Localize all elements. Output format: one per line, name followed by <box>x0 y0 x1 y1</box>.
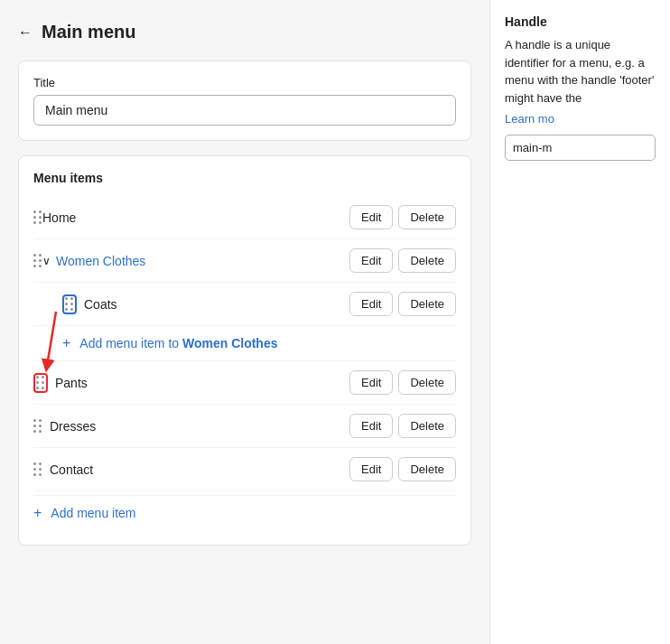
item-actions-home: Edit Delete <box>349 205 456 229</box>
menu-item-coats: Coats Edit Delete <box>33 283 456 326</box>
item-actions-women-clothes: Edit Delete <box>349 248 456 273</box>
menu-items-title: Menu items <box>33 171 456 185</box>
drag-handle-contact[interactable] <box>33 462 42 477</box>
edit-contact-button[interactable]: Edit <box>349 457 393 481</box>
title-field-label: Title <box>33 76 456 89</box>
handle-input[interactable] <box>505 135 656 161</box>
title-input[interactable] <box>33 95 456 126</box>
drag-handle-pants[interactable] <box>33 373 48 393</box>
drag-handle-coats[interactable] <box>62 294 77 314</box>
delete-coats-button[interactable]: Delete <box>398 292 456 316</box>
item-name-women-clothes: Women Clothes <box>56 254 349 268</box>
add-item-women-clothes-button[interactable]: + Add menu item to Women Clothes <box>62 335 278 351</box>
item-name-home: Home <box>42 210 349 225</box>
back-button[interactable]: ← <box>18 24 33 41</box>
right-panel: Handle A handle is a unique identifier f… <box>489 0 670 644</box>
delete-dresses-button[interactable]: Delete <box>398 414 456 438</box>
chevron-women-clothes[interactable]: ∨ <box>42 255 51 267</box>
delete-home-button[interactable]: Delete <box>398 205 456 229</box>
main-panel: ← Main menu Title Menu items Home Edit D… <box>0 0 489 644</box>
item-actions-contact: Edit Delete <box>349 457 456 481</box>
edit-pants-button[interactable]: Edit <box>349 370 393 395</box>
delete-women-clothes-button[interactable]: Delete <box>398 248 456 273</box>
right-panel-description: A handle is a unique identifier for a me… <box>505 36 656 107</box>
plus-icon-add-item: + <box>33 505 42 521</box>
edit-home-button[interactable]: Edit <box>349 205 393 229</box>
menu-item-women-clothes: ∨ Women Clothes Edit Delete <box>33 239 456 283</box>
edit-women-clothes-button[interactable]: Edit <box>349 248 393 273</box>
plus-icon-women-clothes: + <box>62 335 70 351</box>
menu-item-dresses: Dresses Edit Delete <box>33 405 456 448</box>
edit-dresses-button[interactable]: Edit <box>349 414 393 438</box>
delete-pants-button[interactable]: Delete <box>398 370 456 395</box>
item-actions-pants: Edit Delete <box>349 370 456 395</box>
delete-contact-button[interactable]: Delete <box>398 457 456 481</box>
title-card: Title <box>18 61 471 141</box>
page-title: Main menu <box>42 22 135 42</box>
add-item-women-clothes-label: Add menu item to Women Clothes <box>79 336 277 350</box>
page-header: ← Main menu <box>18 22 471 42</box>
menu-item-home: Home Edit Delete <box>33 196 456 239</box>
add-menu-item-label: Add menu item <box>51 506 135 520</box>
drag-handle-home[interactable] <box>33 210 42 225</box>
menu-items-card: Menu items Home Edit Delete <box>18 155 471 546</box>
menu-item-pants: Pants Edit Delete <box>33 361 456 405</box>
item-name-contact: Contact <box>50 462 349 477</box>
drag-handle-women-clothes[interactable] <box>33 254 42 268</box>
edit-coats-button[interactable]: Edit <box>349 292 393 316</box>
add-menu-item-row[interactable]: + Add menu item <box>33 495 456 530</box>
item-name-pants: Pants <box>55 376 349 390</box>
item-name-coats: Coats <box>84 297 349 312</box>
item-actions-dresses: Edit Delete <box>349 414 456 438</box>
item-name-dresses: Dresses <box>50 419 349 434</box>
learn-more-link[interactable]: Learn mo <box>505 112 554 126</box>
drag-handle-dresses[interactable] <box>33 419 42 434</box>
menu-item-contact: Contact Edit Delete <box>33 448 456 491</box>
item-actions-coats: Edit Delete <box>349 292 456 316</box>
right-panel-title: Handle <box>505 14 656 29</box>
add-item-women-clothes-row: + Add menu item to Women Clothes <box>33 326 456 361</box>
